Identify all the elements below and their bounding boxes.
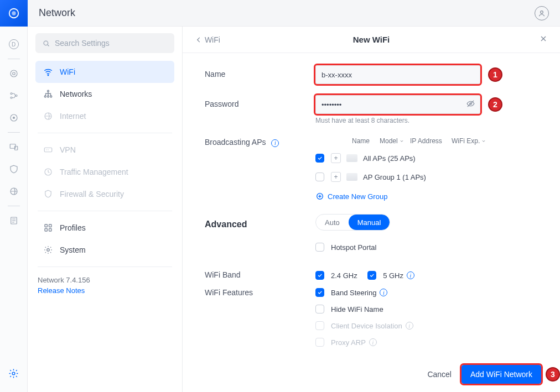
settings-sidebar: WiFi Networks Internet VPN Traffic: [28, 27, 183, 392]
password-label: Password: [205, 95, 315, 108]
sidebar-item-system[interactable]: System: [35, 239, 174, 261]
svg-point-14: [541, 11, 543, 13]
checkbox[interactable]: [315, 288, 324, 297]
sidebar-item-profiles[interactable]: Profiles: [35, 217, 174, 239]
checkbox[interactable]: [315, 173, 324, 181]
sidebar-item-wifi[interactable]: WiFi: [35, 61, 174, 83]
broadcasting-label: Broadcasting APs i: [205, 133, 315, 147]
checkbox[interactable]: [315, 305, 324, 313]
svg-point-3: [12, 72, 15, 75]
hotspot-label: Hotspot Portal: [331, 243, 376, 252]
add-wifi-button[interactable]: Add WiFi Network: [462, 365, 541, 384]
checkbox[interactable]: [315, 243, 324, 252]
eye-off-icon[interactable]: [466, 99, 475, 110]
sidebar-item-vpn[interactable]: VPN: [35, 139, 174, 161]
svg-rect-25: [49, 224, 52, 227]
mode-toggle[interactable]: Auto Manual: [315, 214, 390, 231]
ap-columns: Name Model IP Address WiFi Exp.: [315, 133, 538, 149]
sidebar-item-label: VPN: [60, 145, 76, 154]
client-isolation-line: Client Device Isolation i: [315, 321, 538, 330]
cancel-button[interactable]: Cancel: [417, 365, 462, 383]
annotation-2: 2: [488, 97, 502, 112]
chevron-left-icon: [195, 36, 203, 44]
name-label: Name: [205, 65, 315, 79]
user-avatar[interactable]: [535, 6, 549, 20]
rail-dashboard-icon[interactable]: D: [0, 33, 28, 55]
sidebar-item-label: Firewall & Security: [60, 190, 124, 198]
rail-security-icon[interactable]: [0, 158, 28, 180]
back-label: WiFi: [205, 35, 220, 44]
close-icon: [539, 34, 548, 43]
topbar: Network: [28, 0, 560, 27]
release-notes-link[interactable]: Release Notes: [35, 285, 174, 296]
rail-logs-icon[interactable]: [0, 210, 28, 232]
proxy-arp-line: Proxy ARP i: [315, 338, 538, 347]
expand-icon[interactable]: +: [331, 153, 341, 163]
info-icon: i: [369, 338, 377, 346]
checkbox[interactable]: [315, 154, 324, 163]
sidebar-item-label: Profiles: [60, 223, 86, 232]
close-button[interactable]: [539, 34, 548, 45]
rail-settings-icon[interactable]: [0, 362, 28, 384]
plus-circle-icon: [315, 192, 324, 201]
wifi-icon: [43, 67, 53, 77]
svg-point-28: [47, 249, 50, 252]
band-24-label: 2.4 GHz: [331, 271, 357, 280]
band-steering-label: Band Steering: [331, 289, 376, 297]
ap-row-group1[interactable]: + AP Group 1 (1 APs): [315, 168, 538, 186]
rail-radios-icon[interactable]: [0, 107, 28, 129]
band-5-line[interactable]: 5 GHz i: [367, 271, 414, 280]
checkbox: [315, 321, 324, 330]
svg-rect-26: [45, 229, 48, 232]
hotspot-checkbox-line[interactable]: Hotspot Portal: [315, 243, 538, 252]
band-24-line[interactable]: 2.4 GHz: [315, 271, 357, 280]
info-icon[interactable]: i: [380, 289, 387, 296]
checkbox[interactable]: [315, 271, 324, 280]
info-icon[interactable]: i: [271, 139, 279, 147]
band-5-label: 5 GHz: [383, 271, 403, 280]
rail-devices-icon[interactable]: [0, 136, 28, 158]
vpn-icon: [43, 145, 53, 155]
sidebar-item-networks[interactable]: Networks: [35, 83, 174, 105]
sidebar-item-label: System: [60, 245, 86, 254]
rail-ports-icon[interactable]: [0, 85, 28, 107]
svg-point-2: [11, 70, 17, 77]
back-button[interactable]: WiFi: [195, 35, 220, 44]
gear-icon: [43, 245, 53, 255]
info-icon[interactable]: i: [407, 271, 414, 279]
mode-auto[interactable]: Auto: [316, 215, 349, 230]
svg-point-4: [11, 93, 12, 95]
expand-icon[interactable]: +: [331, 172, 341, 182]
checkbox[interactable]: [367, 271, 376, 280]
sidebar-item-firewall[interactable]: Firewall & Security: [35, 183, 174, 205]
annotation-3: 3: [546, 367, 560, 381]
hide-name-line[interactable]: Hide WiFi Name: [315, 305, 538, 313]
ap-row-all[interactable]: + All APs (25 APs): [315, 149, 538, 168]
band-steering-line[interactable]: Band Steering i: [315, 288, 538, 297]
svg-point-20: [50, 96, 52, 97]
brand-logo[interactable]: [0, 0, 28, 27]
search-input-wrap[interactable]: [35, 33, 174, 53]
sidebar-item-label: WiFi: [60, 67, 75, 76]
shield-icon: [43, 189, 53, 199]
svg-point-18: [44, 96, 46, 97]
sidebar-item-internet[interactable]: Internet: [35, 105, 174, 127]
sidebar-item-label: Networks: [60, 90, 92, 98]
panel-title: New WiFi: [353, 35, 390, 44]
password-value: ••••••••: [322, 101, 341, 109]
globe-icon: [43, 111, 53, 121]
search-input[interactable]: [55, 39, 168, 48]
sidebar-item-traffic[interactable]: Traffic Management: [35, 161, 174, 183]
panel-header: WiFi New WiFi: [183, 27, 560, 53]
name-input[interactable]: b-xx-xxxx: [315, 65, 480, 84]
profiles-icon: [43, 223, 53, 233]
mode-manual[interactable]: Manual: [349, 215, 390, 230]
rail-topology-icon[interactable]: [0, 62, 28, 85]
rail-globe-icon[interactable]: [0, 180, 28, 202]
password-hint: Must have at least 8 characters.: [315, 117, 538, 124]
svg-point-1: [12, 11, 15, 15]
ap-device-icon: [346, 154, 357, 162]
create-group-link[interactable]: Create New Group: [315, 192, 387, 201]
svg-point-5: [11, 97, 12, 98]
password-input[interactable]: ••••••••: [315, 95, 480, 114]
